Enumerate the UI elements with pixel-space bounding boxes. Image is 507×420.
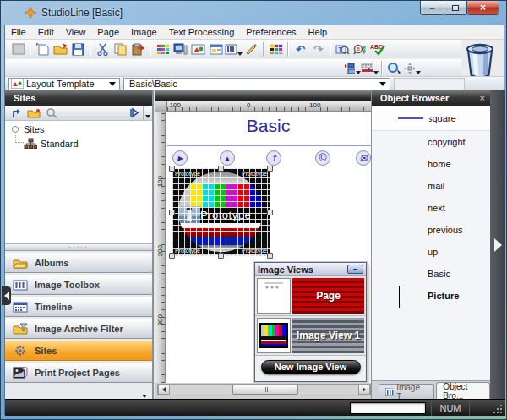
resize-handle-n[interactable] — [218, 166, 224, 172]
align-objects-icon[interactable] — [343, 60, 361, 76]
scroll-left-button[interactable] — [158, 385, 170, 395]
mail-icon[interactable]: ✉ — [356, 150, 371, 166]
toolbar-overflow-button[interactable] — [143, 106, 150, 120]
up-level-icon[interactable] — [7, 105, 25, 121]
scrollbar-thumb[interactable] — [232, 385, 298, 395]
new-document-icon[interactable] — [34, 41, 52, 57]
minimize-panel-button[interactable]: – — [347, 265, 363, 274]
new-folder-icon[interactable] — [25, 105, 42, 121]
find-replace-icon[interactable]: BR — [352, 41, 369, 57]
tree-node-standard[interactable]: Standard — [24, 138, 79, 149]
object-item-next[interactable]: next — [372, 197, 490, 219]
resize-handle-w[interactable] — [169, 210, 175, 215]
color-grid-icon[interactable] — [267, 41, 285, 57]
accordion-overflow-icon[interactable] — [142, 395, 147, 398]
accordion-image-archive-filter[interactable]: Image Archive Filter — [5, 319, 152, 339]
blank-swatch-icon[interactable] — [9, 41, 27, 57]
page-canvas[interactable]: Basic ▶ ▲ ↥ © ✉ — [166, 112, 371, 383]
resize-handle-e[interactable] — [267, 210, 273, 215]
square-object[interactable] — [167, 145, 371, 146]
redo-icon[interactable]: ↷ — [309, 41, 327, 57]
save-icon[interactable] — [69, 41, 87, 57]
titlebar[interactable]: StudioLine [Basic] – × — [1, 1, 507, 25]
view-row-page[interactable]: Page — [255, 276, 366, 316]
resize-handle-sw[interactable] — [169, 253, 175, 259]
paste-icon[interactable] — [129, 41, 147, 57]
monitor-display-icon[interactable] — [172, 41, 189, 57]
horizontal-scrollbar[interactable] — [157, 384, 371, 395]
copyright-icon[interactable]: © — [315, 150, 330, 166]
spell-check-icon[interactable]: ABC — [369, 41, 387, 57]
object-item-basic[interactable]: Basic — [372, 263, 490, 285]
layout-template-select[interactable]: Layout Template — [8, 78, 120, 90]
object-label: copyright — [428, 137, 466, 147]
pen-icon[interactable] — [243, 41, 260, 57]
close-button[interactable]: × — [466, 1, 499, 15]
resize-handle-s[interactable] — [218, 253, 224, 259]
zoom-icon[interactable] — [385, 60, 403, 76]
close-panel-icon[interactable]: × — [480, 93, 485, 103]
object-item-home[interactable]: home — [372, 153, 490, 175]
right-arrow-icon — [494, 238, 502, 252]
page-path-select[interactable]: Basic\Basic — [123, 78, 390, 90]
selected-image[interactable]: Prototype Prototype Prototype Prototype … — [172, 169, 270, 255]
next-icon[interactable]: ▶ — [172, 150, 188, 166]
scroll-right-button[interactable] — [358, 385, 370, 395]
menu-text-processing[interactable]: Text Processing — [163, 27, 241, 37]
view-row-image-view-1[interactable]: Image View 1 — [255, 316, 366, 356]
new-image-view-button[interactable]: New Image View — [261, 360, 361, 374]
object-item-copyright[interactable]: copyright — [372, 131, 490, 153]
tab-image-toolbox[interactable]: Image T... — [379, 384, 434, 400]
copy-icon[interactable] — [112, 41, 129, 57]
menu-help[interactable]: Help — [303, 27, 334, 37]
object-item-square[interactable]: square — [372, 106, 490, 131]
ruler-settings-icon[interactable] — [361, 60, 379, 76]
minimize-button[interactable]: – — [420, 1, 444, 15]
undo-icon[interactable]: ↶ — [292, 41, 309, 57]
cut-icon[interactable] — [94, 41, 112, 57]
object-item-up[interactable]: up — [372, 241, 490, 263]
pan-icon[interactable] — [403, 60, 421, 76]
accordion-albums[interactable]: Albums — [5, 253, 152, 273]
accordion-image-toolbox[interactable]: Image Toolbox — [5, 275, 152, 295]
publish-icon[interactable] — [125, 105, 143, 121]
menu-page[interactable]: Page — [91, 27, 125, 37]
resize-grip[interactable] — [492, 403, 502, 413]
sites-panel-header: Sites — [5, 90, 152, 106]
search-icon[interactable] — [42, 105, 60, 121]
image-toolbox-icon[interactable] — [225, 41, 243, 57]
maximize-button[interactable] — [444, 1, 467, 15]
up-icon[interactable]: ▲ — [220, 150, 235, 166]
status-field — [350, 402, 426, 414]
open-folder-icon[interactable] — [52, 41, 69, 57]
sites-icon — [13, 345, 28, 357]
object-item-previous[interactable]: previous — [372, 219, 490, 241]
home-icon[interactable]: ↥ — [266, 150, 281, 166]
find-text-icon[interactable]: T — [334, 41, 352, 57]
menu-view[interactable]: View — [60, 27, 92, 37]
dropdown-arrow-icon[interactable] — [373, 71, 379, 74]
accordion-print-project-pages[interactable]: Print Project Pages — [5, 363, 152, 383]
menu-edit[interactable]: Edit — [32, 27, 60, 37]
resize-handle-se[interactable] — [267, 253, 273, 259]
image-views-titlebar[interactable]: Image Views – — [255, 263, 366, 276]
color-tiles-icon[interactable] — [154, 41, 172, 57]
object-item-mail[interactable]: mail — [372, 175, 490, 197]
menu-file[interactable]: File — [5, 27, 32, 37]
collapse-sidebar-button[interactable] — [2, 286, 11, 305]
object-browser-header[interactable]: Object Browser × — [372, 90, 490, 106]
menu-preferences[interactable]: Preferences — [240, 27, 302, 37]
accordion-sites[interactable]: Sites — [5, 341, 152, 361]
image-object-icon[interactable] — [189, 41, 207, 57]
accordion-timeline[interactable]: Timeline — [5, 297, 152, 317]
sidebar-splitter[interactable]: ····· — [5, 243, 152, 251]
resize-handle-nw[interactable] — [169, 166, 175, 172]
object-item-picture[interactable]: Picture — [372, 285, 490, 307]
tab-object-browser[interactable]: Object Bro... — [436, 382, 490, 400]
page-title[interactable]: Basic — [166, 116, 371, 136]
expand-right-panel-button[interactable] — [490, 90, 505, 400]
menu-image[interactable]: Image — [125, 27, 163, 37]
resize-handle-ne[interactable] — [267, 166, 273, 172]
dropdown-arrow-icon[interactable] — [416, 71, 421, 74]
panel-layout-icon[interactable] — [207, 41, 225, 57]
